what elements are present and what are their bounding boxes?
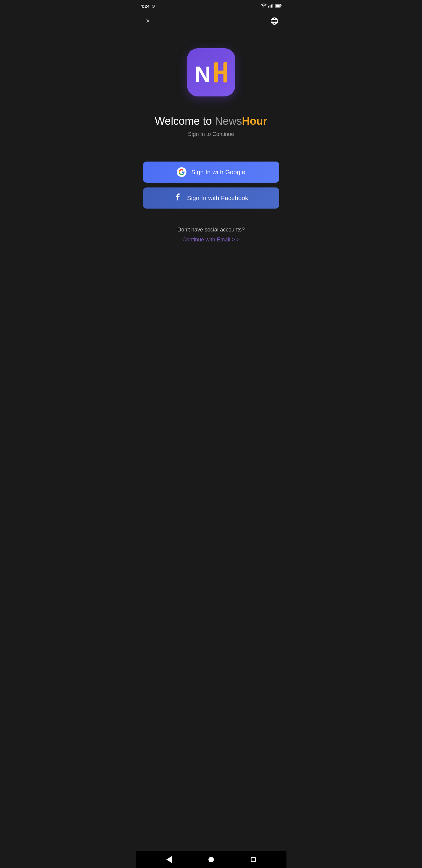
status-left: 4:24 ⊙ — [141, 4, 155, 9]
welcome-prefix: Welcome to — [155, 115, 215, 127]
google-icon — [177, 167, 187, 177]
welcome-title: Welcome to NewsHour — [155, 115, 267, 127]
facebook-signin-label: Sign In with Facebook — [187, 195, 248, 202]
facebook-icon — [174, 193, 182, 203]
home-icon — [208, 857, 214, 862]
wifi-icon — [261, 3, 267, 9]
brand-news: News — [215, 115, 242, 127]
svg-rect-2 — [269, 5, 270, 7]
globe-button[interactable] — [268, 15, 281, 27]
signal-icon — [268, 3, 273, 9]
welcome-section: Welcome to NewsHour Sign In to Continue — [155, 115, 267, 137]
bottom-nav — [136, 851, 287, 868]
back-nav-button[interactable] — [164, 854, 174, 865]
home-nav-button[interactable] — [206, 855, 216, 865]
recents-nav-button[interactable] — [249, 855, 258, 864]
app-logo: N — [187, 48, 235, 96]
nav-bar: × — [136, 12, 287, 30]
app-logo-container: N — [187, 48, 235, 96]
close-button[interactable]: × — [142, 15, 154, 27]
recents-icon — [251, 857, 256, 862]
svg-rect-1 — [268, 6, 269, 7]
svg-text:N: N — [195, 61, 209, 84]
notification-icon: ⊙ — [152, 4, 155, 8]
logo-letters: N — [195, 60, 228, 84]
brand-hour: Hour — [242, 115, 267, 127]
main-content: N Welcome to NewsHour Sign In to Continu… — [136, 30, 287, 851]
battery-icon — [275, 3, 282, 9]
svg-rect-6 — [281, 5, 281, 6]
status-bar: 4:24 ⊙ — [136, 0, 287, 12]
auth-buttons: Sign In with Google Sign In with Faceboo… — [143, 161, 279, 209]
google-signin-label: Sign In with Google — [191, 169, 245, 176]
facebook-signin-button[interactable]: Sign In with Facebook — [143, 187, 279, 209]
svg-rect-3 — [271, 4, 272, 7]
email-section: Don't have social accounts? Continue wit… — [177, 227, 245, 243]
back-icon — [166, 856, 172, 863]
status-time: 4:24 — [141, 4, 150, 9]
continue-email-button[interactable]: Continue with Email > > — [182, 237, 239, 243]
google-signin-button[interactable]: Sign In with Google — [143, 161, 279, 183]
svg-rect-7 — [275, 5, 280, 7]
svg-rect-4 — [272, 4, 273, 7]
status-right — [261, 3, 282, 9]
no-social-text: Don't have social accounts? — [177, 227, 245, 233]
welcome-subtitle: Sign In to Continue — [155, 131, 267, 137]
svg-point-0 — [263, 6, 264, 7]
svg-rect-16 — [214, 70, 227, 74]
